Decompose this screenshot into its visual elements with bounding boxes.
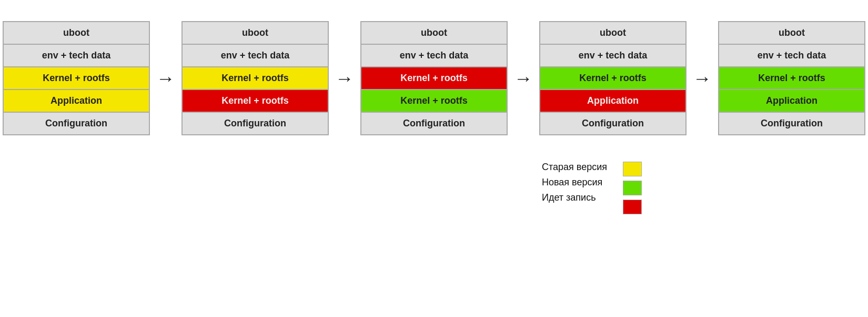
block-5-row-2: env + tech data xyxy=(719,45,864,67)
legend-swatches xyxy=(623,162,642,214)
legend-swatch-green xyxy=(623,181,642,195)
block-2-row-1: uboot xyxy=(183,22,328,45)
block-3-row-4: Kernel + rootfs xyxy=(361,90,507,113)
block-4-row-3: Kernel + rootfs xyxy=(540,67,685,90)
block-4-row-5: Configuration xyxy=(540,113,685,134)
block-5-row-3: Kernel + rootfs xyxy=(719,67,864,90)
block-3-row-2: env + tech data xyxy=(361,45,507,67)
legend-item-1: Старая версия xyxy=(542,162,607,173)
legend-label-3: Идет запись xyxy=(542,192,596,203)
block-1-row-1: uboot xyxy=(4,22,149,45)
arrow-1: → xyxy=(150,67,181,90)
block-4-row-4: Application xyxy=(540,90,685,113)
block-3-row-1: uboot xyxy=(361,22,507,45)
arrow-3: → xyxy=(508,67,539,90)
block-5-row-1: uboot xyxy=(719,22,864,45)
block-5-row-5: Configuration xyxy=(719,113,864,134)
block-2-row-4: Kernel + rootfs xyxy=(183,90,328,113)
block-4-row-2: env + tech data xyxy=(540,45,685,67)
legend-swatch-yellow xyxy=(623,162,642,176)
flash-block-3: ubootenv + tech dataKernel + rootfsKerne… xyxy=(360,21,508,135)
diagram-area: ubootenv + tech dataKernel + rootfsAppli… xyxy=(3,21,865,135)
flash-block-5: ubootenv + tech dataKernel + rootfsAppli… xyxy=(718,21,865,135)
flash-block-4: ubootenv + tech dataKernel + rootfsAppli… xyxy=(539,21,687,135)
legend-item-2: Новая версия xyxy=(542,177,607,188)
block-3-row-3: Kernel + rootfs xyxy=(361,67,507,90)
block-1-row-3: Kernel + rootfs xyxy=(4,67,149,90)
block-3-row-5: Configuration xyxy=(361,113,507,134)
flash-block-2: ubootenv + tech dataKernel + rootfsKerne… xyxy=(181,21,329,135)
block-5-row-4: Application xyxy=(719,90,864,113)
legend-item-3: Идет запись xyxy=(542,192,607,203)
block-4-row-1: uboot xyxy=(540,22,685,45)
arrow-4: → xyxy=(687,67,718,90)
legend-label-1: Старая версия xyxy=(542,162,607,173)
block-1-row-4: Application xyxy=(4,90,149,113)
arrow-2: → xyxy=(329,67,360,90)
legend-labels: Старая версияНовая версияИдет запись xyxy=(542,162,607,203)
block-2-row-3: Kernel + rootfs xyxy=(183,67,328,90)
block-2-row-2: env + tech data xyxy=(183,45,328,67)
legend-swatch-red xyxy=(623,200,642,214)
block-1-row-2: env + tech data xyxy=(4,45,149,67)
block-2-row-5: Configuration xyxy=(183,113,328,134)
legend-area: Старая версияНовая версияИдет запись xyxy=(542,162,642,214)
block-1-row-5: Configuration xyxy=(4,113,149,134)
flash-block-1: ubootenv + tech dataKernel + rootfsAppli… xyxy=(3,21,150,135)
legend-label-2: Новая версия xyxy=(542,177,602,188)
